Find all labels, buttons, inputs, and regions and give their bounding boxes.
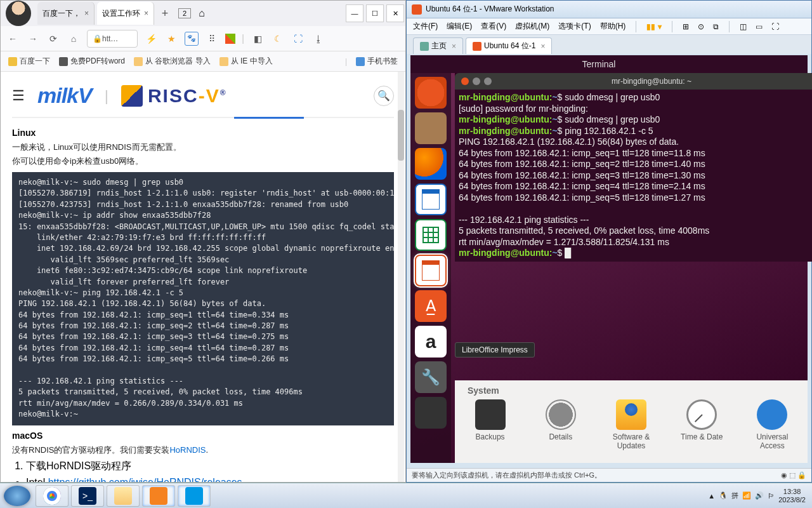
github-link[interactable]: https://github.com/jwise/HoRNDIS/release… [48,477,242,482]
tray-qq-icon[interactable]: 🐧 [719,491,728,500]
bookmark-item[interactable]: 免费PDF转word [59,56,125,67]
menu-vm[interactable]: 虚拟机(M) [515,21,549,32]
scrollbar[interactable] [398,72,404,482]
dash-icon[interactable] [415,77,447,109]
forward-button[interactable]: → [26,32,40,46]
favicon [59,57,68,66]
tab-counter[interactable]: 2 [178,8,191,18]
terminal-window[interactable]: mr-bingding@ubuntu: ~ mr-bingding@ubuntu… [455,73,812,262]
grid-icon[interactable] [225,34,235,44]
window-min-icon[interactable] [473,77,480,85]
milkv-logo[interactable]: milkV [37,83,92,108]
thumbnail-icon[interactable]: ▭ [756,22,763,31]
tab-home[interactable]: 主页 × [413,37,463,54]
minimize-button[interactable]: — [346,4,363,22]
menu-help[interactable]: 帮助(H) [600,21,626,32]
settings-software[interactable]: Software & Updates [608,399,653,450]
horndis-link[interactable]: HoRNDIS [169,445,206,455]
folder-icon [219,57,228,66]
tab-baidu[interactable]: 百度一下， × [37,2,95,25]
settings-access[interactable]: Universal Access [750,399,795,450]
more-icon[interactable] [415,397,447,429]
snapshot-manager-icon[interactable]: ⧉ [713,22,719,31]
window-max-icon[interactable] [484,77,492,85]
close-icon[interactable]: × [540,42,545,51]
bookmark-folder[interactable]: 从 IE 中导入 [219,56,273,67]
customize-icon[interactable]: ⌂ [199,8,205,19]
search-button[interactable]: 🔍 [374,86,394,106]
tray-flag-icon[interactable]: 🏳 [768,492,775,500]
snapshot-icon[interactable]: ⊙ [698,22,704,31]
pause-button[interactable]: ▮▮ ▾ [646,22,661,31]
bookmark-folder[interactable]: 从 谷歌浏览器 导入 [134,56,211,67]
tab-label: 百度一下， [43,8,81,19]
lightning-icon[interactable]: ⚡ [144,32,158,46]
url-bar[interactable]: 🔒 htt… [87,30,138,48]
firefox-toolbar: ← → ⟳ ⌂ 🔒 htt… ⚡ ★ 🐾 ⠿ | ◧ ☾ ⛶ ⭳ [1,26,405,51]
close-button[interactable]: ✕ [386,4,404,22]
vmware-tabs: 主页 × Ubuntu 64 位-1 × [407,35,811,54]
terminal-body[interactable]: mr-bingding@ubuntu:~$ sudo dmesg | grep … [455,90,812,262]
bookmark-star-icon[interactable]: ★ [164,32,178,46]
menu-view[interactable]: 查看(V) [481,21,506,32]
firefox-icon[interactable] [415,148,447,180]
phone-icon [185,487,203,505]
tray-volume-icon[interactable]: 🔊 [755,491,764,500]
settings-backups[interactable]: Backups [468,399,513,450]
calc-icon[interactable] [415,219,447,251]
bookmark-item[interactable]: 百度一下 [8,56,50,67]
menu-edit[interactable]: 编辑(E) [447,21,472,32]
tray-network-icon[interactable]: 📶 [742,491,751,500]
system-tray[interactable]: ▲ 🐧 拼 📶 🔊 🏳 13:38 2023/8/2 [702,488,812,504]
system-settings-panel: System Backups Details Software & Update… [455,380,808,463]
window-close-icon[interactable] [461,77,469,85]
close-icon[interactable]: × [452,42,456,51]
send-ctrl-alt-del-icon[interactable]: ⊞ [683,22,689,31]
profile-avatar[interactable] [6,1,31,26]
impress-icon[interactable] [415,255,447,286]
tab-active[interactable]: 设置工作环 × [97,2,154,25]
paw-icon[interactable]: 🐾 [185,32,199,46]
bookmark-item[interactable]: 手机书签 [356,56,398,67]
tray-icon[interactable]: ▲ [708,492,715,500]
start-button[interactable] [4,486,30,506]
menu-dots-icon[interactable]: ⠿ [205,32,219,46]
settings-time[interactable]: Time & Date [679,399,724,450]
screenshot-icon[interactable]: ⛶ [291,32,305,46]
close-icon[interactable]: × [84,9,89,18]
reload-button[interactable]: ⟳ [46,32,60,46]
amazon-icon[interactable]: a [415,326,447,358]
taskbar-clock[interactable]: 13:38 2023/8/2 [778,488,806,504]
maximize-button[interactable]: ☐ [366,4,384,22]
writer-icon[interactable] [415,184,447,215]
settings-icon[interactable]: 🔧 [415,361,447,393]
taskbar-explorer[interactable] [107,485,140,507]
close-icon[interactable]: × [144,9,148,18]
settings-details[interactable]: Details [538,399,583,450]
sidebar-icon[interactable]: ◧ [251,32,265,46]
body-text: 一般来说，Linux可以使用RNDIS而无需配置。 [12,142,394,153]
software-icon[interactable]: A̲ [415,290,447,322]
tab-ubuntu[interactable]: Ubuntu 64 位-1 × [466,37,552,54]
back-button[interactable]: ← [6,32,20,46]
taskbar-powershell[interactable]: >_ [71,485,104,507]
tray-input-icon[interactable]: 拼 [731,491,738,500]
hamburger-icon[interactable]: ☰ [12,88,25,104]
menu-tabs[interactable]: 选项卡(T) [558,21,591,32]
taskbar-vmware[interactable] [142,485,175,507]
ubuntu-desktop[interactable]: Terminal A̲ a 🔧 LibreOffice Impress mr-b… [410,55,808,463]
menu-file[interactable]: 文件(F) [413,21,438,32]
list-item: Intel https://github.com/jwise/HoRNDIS/r… [26,477,394,482]
moon-icon[interactable]: ☾ [271,32,285,46]
details-icon [546,399,576,430]
unity-icon[interactable]: ◫ [740,22,747,31]
taskbar-phone[interactable] [178,485,211,507]
terminal-titlebar[interactable]: mr-bingding@ubuntu: ~ [455,73,812,90]
download-icon[interactable]: ⭳ [311,32,325,46]
fullscreen-icon[interactable]: ⛶ [771,22,779,31]
files-icon[interactable] [415,112,447,144]
status-icons[interactable]: ◉ ⬚ 🔒 [781,471,806,479]
taskbar-chrome[interactable] [36,485,69,507]
home-button[interactable]: ⌂ [67,32,81,46]
new-tab-button[interactable]: + [155,7,174,20]
